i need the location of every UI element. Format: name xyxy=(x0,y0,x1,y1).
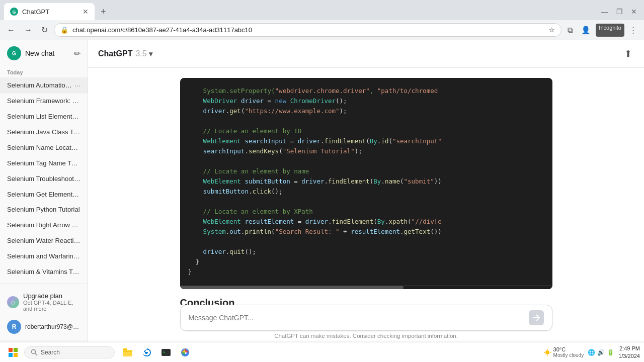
sidebar-item-10[interactable]: Selenium Water Reaction Tutori... xyxy=(0,233,88,249)
sidebar-item-text-2: Selenium List Elements Tutorial xyxy=(7,113,80,121)
send-button[interactable] xyxy=(529,310,544,325)
taskbar-weather[interactable]: 30°C Mostly cloudy xyxy=(543,346,584,358)
message-area: System.setProperty("webdriver.chrome.dri… xyxy=(140,68,593,305)
close-window-button[interactable]: ✕ xyxy=(628,7,640,17)
sidebar-item-7[interactable]: Selenium Get Elements Tutorial xyxy=(0,187,88,203)
new-tab-button[interactable]: + xyxy=(97,5,110,19)
taskbar-app-explorer[interactable] xyxy=(119,343,137,361)
sidebar-item-6[interactable]: Selenium Troubleshooting: Class... xyxy=(0,171,88,187)
terminal-icon: >_ xyxy=(160,347,172,358)
model-version: 3.5 xyxy=(135,49,146,58)
sidebar-items-list: Selenium Automation Tutori... ··· Seleni… xyxy=(0,77,88,284)
svg-rect-13 xyxy=(123,350,132,356)
svg-rect-9 xyxy=(9,353,13,357)
sidebar-item-11[interactable]: Selenium and Warfarin: No Intera... xyxy=(0,249,88,264)
network-icon[interactable]: 🌐 xyxy=(588,349,595,356)
taskbar-app-chrome[interactable] xyxy=(176,343,194,361)
battery-icon[interactable]: 🔋 xyxy=(607,349,614,356)
svg-point-19 xyxy=(545,350,549,354)
svg-text:⬡: ⬡ xyxy=(11,300,15,305)
message-input-container xyxy=(180,305,552,331)
lock-icon: 🔒 xyxy=(60,26,68,34)
edit-button[interactable]: ✏ xyxy=(74,49,80,58)
sidebar-item-text-0: Selenium Automation Tutori... xyxy=(7,81,74,90)
sidebar-item-5[interactable]: Selenium Tag Name Tutorial xyxy=(0,156,88,171)
menu-button[interactable]: ⋮ xyxy=(626,24,640,37)
conclusion-section: Conclusion This tutorial provides a basi… xyxy=(180,297,552,305)
active-tab[interactable]: G ChatGPT ✕ xyxy=(4,3,95,20)
edge-icon xyxy=(141,347,152,358)
svg-text:G: G xyxy=(12,51,16,56)
sidebar-item-9[interactable]: Selenium Right Arrow Tutorial xyxy=(0,218,88,233)
main-content: ChatGPT 3.5 ▾ ⬆ System.setProperty("webd… xyxy=(88,40,644,342)
taskbar-apps: >_ xyxy=(119,343,194,361)
svg-text:>_: >_ xyxy=(163,350,168,354)
bookmark-icon[interactable]: ☆ xyxy=(549,26,555,34)
volume-icon[interactable]: 🔊 xyxy=(597,349,605,356)
share-button[interactable]: ⬆ xyxy=(622,46,634,61)
taskbar-datetime[interactable]: 2:49 PM 1/3/2024 xyxy=(618,345,640,359)
explorer-icon xyxy=(122,347,133,358)
svg-point-11 xyxy=(32,349,36,353)
conclusion-title: Conclusion xyxy=(180,297,552,305)
tab-favicon: G xyxy=(10,8,18,16)
model-label: ChatGPT xyxy=(98,49,132,58)
user-profile-row[interactable]: R robertarthur973@gmail.com xyxy=(4,316,84,338)
restore-button[interactable]: ❐ xyxy=(613,7,626,17)
code-scrollbar[interactable] xyxy=(180,285,552,289)
disclaimer-text: ChatGPT can make mistakes. Consider chec… xyxy=(180,331,552,342)
taskbar-app-terminal[interactable]: >_ xyxy=(157,343,175,361)
sidebar-item-4[interactable]: Selenium Name Locator Tutorial xyxy=(0,140,88,156)
new-chat-label[interactable]: New chat xyxy=(25,49,70,57)
sidebar-item-text-10: Selenium Water Reaction Tutori... xyxy=(7,237,80,245)
code-block: System.setProperty("webdriver.chrome.dri… xyxy=(180,78,552,289)
weather-temp: 30°C xyxy=(553,346,584,352)
sidebar-item-menu-0[interactable]: ··· xyxy=(74,81,80,90)
sidebar-item-8[interactable]: Selenium Python Tutorial xyxy=(0,202,88,218)
extensions-button[interactable]: ⧉ xyxy=(565,24,576,37)
sidebar-item-3[interactable]: Selenium Java Class Tutorial xyxy=(0,125,88,140)
taskbar-time-display: 2:49 PM xyxy=(618,345,640,352)
tab-title: ChatGPT xyxy=(22,8,78,16)
chrome-icon xyxy=(180,347,191,358)
minimize-button[interactable]: — xyxy=(598,7,611,17)
svg-line-12 xyxy=(35,353,38,355)
sidebar-item-2[interactable]: Selenium List Elements Tutorial xyxy=(0,109,88,125)
svg-rect-14 xyxy=(123,348,127,350)
user-email: robertarthur973@gmail.com xyxy=(25,323,80,330)
chatgpt-logo: G xyxy=(7,46,21,60)
weather-desc: Mostly cloudy xyxy=(553,352,584,358)
sidebar-item-text-9: Selenium Right Arrow Tutorial xyxy=(7,221,80,230)
browser-chrome: G ChatGPT ✕ + — ❐ ✕ ← → ↻ 🔒 chat.openai.… xyxy=(0,0,644,40)
sidebar-item-0[interactable]: Selenium Automation Tutori... ··· xyxy=(0,77,88,94)
svg-rect-10 xyxy=(14,353,18,357)
sidebar-item-1[interactable]: Selenium Framework: Code Exam... xyxy=(0,94,88,109)
sidebar-item-text-3: Selenium Java Class Tutorial xyxy=(7,128,80,137)
sidebar-item-text-4: Selenium Name Locator Tutorial xyxy=(7,144,80,152)
chat-messages: System.setProperty("webdriver.chrome.dri… xyxy=(88,68,644,305)
tab-controls: — ❐ ✕ xyxy=(598,7,640,17)
sidebar-item-13[interactable]: Selenium XPath Nth Element xyxy=(0,280,88,284)
sidebar-item-text-6: Selenium Troubleshooting: Class... xyxy=(7,175,80,184)
message-input[interactable] xyxy=(189,314,525,322)
address-bar[interactable]: 🔒 chat.openai.com/c/8610e387-ae27-41a4-a… xyxy=(54,23,561,37)
model-selector[interactable]: ChatGPT 3.5 ▾ xyxy=(98,49,152,58)
back-button[interactable]: ← xyxy=(4,24,18,37)
upgrade-plan-button[interactable]: ⬡ Upgrade plan Get GPT-4, DALL·E, and mo… xyxy=(4,288,84,316)
sidebar-item-12[interactable]: Selenium & Vitamins Tutorial xyxy=(0,264,88,280)
upgrade-plan-main: Upgrade plan xyxy=(23,292,80,300)
sidebar-item-text-11: Selenium and Warfarin: No Intera... xyxy=(7,252,80,261)
svg-rect-7 xyxy=(9,348,13,352)
sidebar-section-today: Today xyxy=(0,66,88,77)
taskbar-app-edge[interactable] xyxy=(138,343,156,361)
profile-button[interactable]: 👤 xyxy=(578,24,594,37)
upgrade-icon: ⬡ xyxy=(7,296,19,308)
chevron-down-icon: ▾ xyxy=(149,50,152,58)
incognito-badge: Incognito xyxy=(596,24,624,37)
taskbar-search[interactable]: Search xyxy=(24,346,115,358)
tab-close-button[interactable]: ✕ xyxy=(83,8,89,16)
forward-button[interactable]: → xyxy=(21,24,35,37)
start-button[interactable] xyxy=(4,343,22,361)
sidebar-footer: ⬡ Upgrade plan Get GPT-4, DALL·E, and mo… xyxy=(0,284,88,342)
reload-button[interactable]: ↻ xyxy=(38,23,51,37)
